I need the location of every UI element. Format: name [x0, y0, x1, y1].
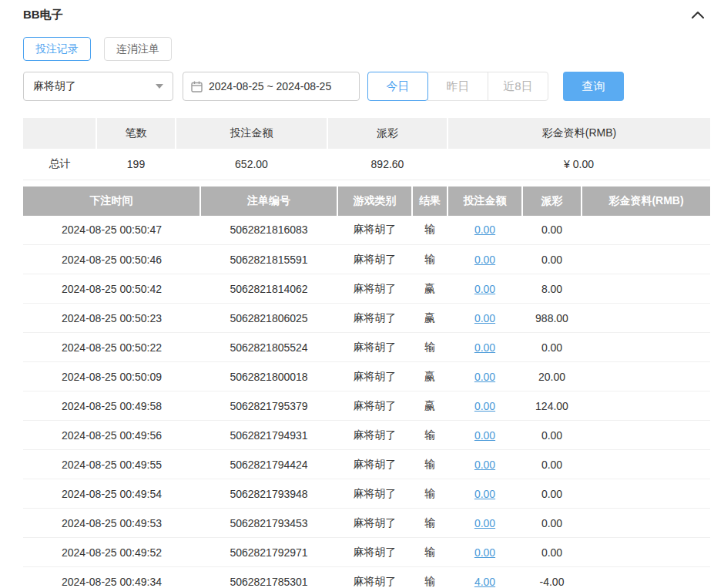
order-id: 5062821806025 — [200, 304, 337, 333]
result-text: 赢 — [412, 391, 448, 421]
records-tbody: 2024-08-25 00:50:47 5062821816083 麻将胡了 输… — [23, 216, 710, 588]
bonus-value — [582, 245, 710, 274]
order-id: 5062821814062 — [200, 274, 337, 304]
summary-header-bet-amount: 投注金额 — [176, 118, 327, 149]
result-text: 赢 — [412, 274, 448, 304]
result-text: 输 — [412, 333, 448, 362]
search-button[interactable]: 查询 — [563, 72, 624, 101]
payout-value: 0.00 — [522, 450, 582, 479]
bet-amount-link[interactable]: 0.00 — [474, 517, 495, 529]
payout-value: -4.00 — [522, 567, 582, 588]
order-id: 5062821815591 — [200, 245, 337, 274]
table-row: 2024-08-25 00:49:55 5062821794424 麻将胡了 输… — [23, 450, 710, 479]
game-type: 麻将胡了 — [337, 479, 412, 509]
payout-value: 0.00 — [522, 509, 582, 538]
bet-amount-link[interactable]: 0.00 — [474, 488, 495, 500]
order-id: 5062821805524 — [200, 333, 337, 362]
game-type: 麻将胡了 — [337, 509, 412, 538]
filter-bar: 麻将胡了 2024-08-25 ~ 2024-08-25 今日 昨日 近8日 查… — [23, 72, 710, 101]
tab-cancelled-orders[interactable]: 连消注单 — [104, 37, 172, 61]
bonus-value — [582, 304, 710, 333]
bonus-value — [582, 216, 710, 245]
bet-amount-link[interactable]: 0.00 — [474, 459, 495, 471]
game-select[interactable]: 麻将胡了 — [23, 72, 173, 101]
order-id: 5062821795379 — [200, 391, 337, 421]
bet-time: 2024-08-25 00:49:52 — [23, 538, 200, 567]
payout-value: 8.00 — [522, 274, 582, 304]
bet-amount-link[interactable]: 0.00 — [474, 546, 495, 559]
bet-time: 2024-08-25 00:49:58 — [23, 391, 200, 421]
order-id: 5062821785301 — [200, 567, 337, 588]
order-id: 5062821793948 — [200, 479, 337, 509]
bonus-value — [582, 567, 710, 588]
result-text: 赢 — [412, 362, 448, 391]
result-text: 输 — [412, 216, 448, 245]
result-text: 输 — [412, 538, 448, 567]
payout-value: 20.00 — [522, 362, 582, 391]
bet-amount-link[interactable]: 0.00 — [474, 371, 495, 383]
bet-amount-link[interactable]: 0.00 — [474, 254, 495, 266]
order-id: 5062821792971 — [200, 538, 337, 567]
table-row: 2024-08-25 00:50:42 5062821814062 麻将胡了 赢… — [23, 274, 710, 304]
date-range-input[interactable]: 2024-08-25 ~ 2024-08-25 — [183, 72, 360, 101]
result-text: 输 — [412, 479, 448, 509]
col-bet-amount: 投注金额 — [448, 186, 522, 216]
payout-value: 0.00 — [522, 216, 582, 245]
collapse-button[interactable] — [690, 9, 706, 20]
summary-header-bonus: 彩金资料(RMB) — [448, 118, 710, 149]
summary-bonus-value: ¥ 0.00 — [448, 149, 710, 180]
game-type: 麻将胡了 — [337, 538, 412, 567]
bet-time: 2024-08-25 00:50:22 — [23, 333, 200, 362]
bet-time: 2024-08-25 00:50:09 — [23, 362, 200, 391]
order-id: 5062821793453 — [200, 509, 337, 538]
page-title: BB电子 — [23, 8, 63, 22]
game-type: 麻将胡了 — [337, 274, 412, 304]
payout-value: 0.00 — [522, 479, 582, 509]
order-id: 5062821794931 — [200, 421, 337, 450]
bet-amount-link[interactable]: 0.00 — [474, 312, 495, 324]
chevron-up-icon — [692, 11, 704, 18]
bet-amount-link[interactable]: 0.00 — [474, 223, 495, 236]
bonus-value — [582, 362, 710, 391]
summary-count-value: 199 — [96, 149, 176, 180]
result-text: 赢 — [412, 304, 448, 333]
date-range-value: 2024-08-25 ~ 2024-08-25 — [209, 80, 331, 92]
result-text: 输 — [412, 421, 448, 450]
payout-value: 0.00 — [522, 333, 582, 362]
game-type: 麻将胡了 — [337, 304, 412, 333]
game-type: 麻将胡了 — [337, 567, 412, 588]
order-id: 5062821816083 — [200, 216, 337, 245]
col-order-id: 注单编号 — [200, 186, 337, 216]
payout-value: 0.00 — [522, 538, 582, 567]
bonus-value — [582, 450, 710, 479]
result-text: 输 — [412, 450, 448, 479]
quick-last8days-button[interactable]: 近8日 — [488, 72, 548, 101]
game-type: 麻将胡了 — [337, 245, 412, 274]
bonus-value — [582, 421, 710, 450]
summary-header-row: 笔数 投注金额 派彩 彩金资料(RMB) — [23, 118, 710, 149]
quick-today-button[interactable]: 今日 — [367, 72, 428, 101]
summary-payout-value: 892.60 — [327, 149, 448, 180]
bonus-value — [582, 333, 710, 362]
bet-amount-link[interactable]: 0.00 — [474, 429, 495, 442]
bet-amount-link[interactable]: 0.00 — [474, 283, 495, 295]
table-row: 2024-08-25 00:49:54 5062821793948 麻将胡了 输… — [23, 479, 710, 509]
payout-value: 988.00 — [522, 304, 582, 333]
caret-down-icon — [156, 84, 163, 89]
bet-time: 2024-08-25 00:49:54 — [23, 479, 200, 509]
bet-amount-link[interactable]: 4.00 — [474, 576, 495, 588]
bet-time: 2024-08-25 00:49:55 — [23, 450, 200, 479]
bet-amount-link[interactable]: 0.00 — [474, 400, 495, 412]
tab-bet-records[interactable]: 投注记录 — [23, 37, 91, 61]
summary-total-label: 总计 — [23, 149, 96, 180]
game-type: 麻将胡了 — [337, 362, 412, 391]
col-game-type: 游戏类别 — [337, 186, 412, 216]
game-type: 麻将胡了 — [337, 216, 412, 245]
payout-value: 0.00 — [522, 421, 582, 450]
order-id: 5062821794424 — [200, 450, 337, 479]
bet-amount-link[interactable]: 0.00 — [474, 341, 495, 354]
quick-yesterday-button[interactable]: 昨日 — [427, 72, 488, 101]
col-bet-time: 下注时间 — [23, 186, 200, 216]
bonus-value — [582, 509, 710, 538]
bet-time: 2024-08-25 00:50:42 — [23, 274, 200, 304]
